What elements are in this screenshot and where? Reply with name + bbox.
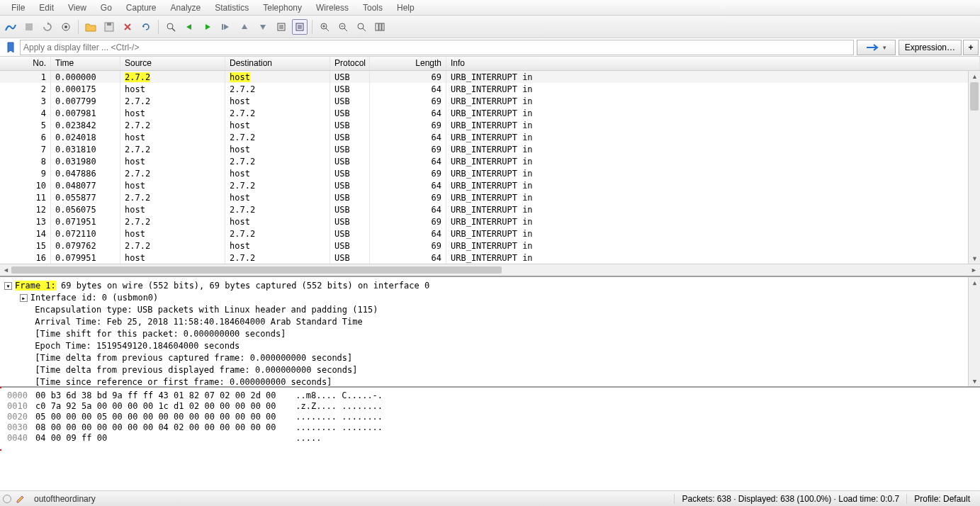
expert-info-icon[interactable] [3, 495, 11, 503]
zoom-out-icon[interactable] [335, 19, 351, 35]
table-row[interactable]: 120.056075host2.7.2USB64URB_INTERRUPT in [0, 203, 980, 215]
packet-details-pane[interactable]: ▾Frame 1: 69 bytes on wire (552 bits), 6… [0, 277, 980, 388]
menu-view[interactable]: View [61, 1, 94, 14]
zoom-in-icon[interactable] [317, 19, 332, 35]
menu-help[interactable]: Help [390, 1, 422, 14]
separator [78, 20, 79, 34]
menu-file[interactable]: File [4, 1, 32, 14]
table-row[interactable]: 60.024018host2.7.2USB64URB_INTERRUPT in [0, 131, 980, 143]
restart-capture-icon[interactable] [40, 19, 55, 35]
packet-list-body[interactable]: 10.0000002.7.2hostUSB69URB_INTERRUPT in2… [0, 71, 980, 264]
svg-point-23 [358, 23, 364, 29]
col-source[interactable]: Source [120, 57, 225, 70]
table-row[interactable]: 20.000175host2.7.2USB64URB_INTERRUPT in [0, 83, 980, 95]
hex-row[interactable]: 003008 00 00 00 00 00 00 00 04 02 00 00 … [7, 422, 973, 433]
packets-status: Packets: 638 · Displayed: 638 (100.0%) ·… [674, 494, 906, 504]
menu-capture[interactable]: Capture [119, 1, 164, 14]
table-row[interactable]: 70.0318102.7.2hostUSB69URB_INTERRUPT in [0, 143, 980, 155]
table-row[interactable]: 150.0797622.7.2hostUSB69URB_INTERRUPT in [0, 240, 980, 252]
table-row[interactable]: 110.0558772.7.2hostUSB69URB_INTERRUPT in [0, 191, 980, 203]
detail-line[interactable]: [Time since reference or first frame: 0.… [4, 376, 976, 388]
next-packet-icon[interactable] [200, 19, 215, 35]
col-proto[interactable]: Protocol [330, 57, 370, 70]
hex-row[interactable]: 000000 b3 6d 38 bd 9a ff ff 43 01 82 07 … [7, 390, 973, 401]
scroll-thumb[interactable] [970, 82, 979, 111]
collapse-icon[interactable]: ▾ [4, 282, 12, 290]
detail-line[interactable]: Epoch Time: 1519549120.184604000 seconds [4, 340, 976, 352]
table-row[interactable]: 100.048077host2.7.2USB64URB_INTERRUPT in [0, 179, 980, 191]
menu-go[interactable]: Go [94, 1, 119, 14]
hex-row[interactable]: 0010c0 7a 92 5a 00 00 00 00 1c d1 02 00 … [7, 401, 973, 412]
table-row[interactable]: 80.031980host2.7.2USB64URB_INTERRUPT in [0, 155, 980, 167]
scroll-down-icon[interactable]: ▼ [969, 376, 980, 386]
detail-line[interactable]: Encapsulation type: USB packets with Lin… [4, 304, 976, 316]
jump-icon[interactable] [218, 19, 234, 35]
table-row[interactable]: 30.0077992.7.2hostUSB69URB_INTERRUPT in [0, 95, 980, 107]
detail-line[interactable]: ▸Interface id: 0 (usbmon0) [4, 292, 976, 304]
menu-analyze[interactable]: Analyze [164, 1, 208, 14]
frame-root-line[interactable]: ▾Frame 1: 69 bytes on wire (552 bits), 6… [4, 280, 976, 292]
col-no[interactable]: No. [0, 57, 51, 70]
hex-row[interactable]: 002005 00 00 00 05 00 00 00 00 00 00 00 … [7, 412, 973, 422]
packet-bytes-pane[interactable]: 000000 b3 6d 38 bd 9a ff ff 43 01 82 07 … [0, 388, 980, 490]
table-row[interactable]: 160.079951host2.7.2USB64URB_INTERRUPT in [0, 252, 980, 264]
col-time[interactable]: Time [51, 57, 120, 70]
table-row[interactable]: 90.0478862.7.2hostUSB69URB_INTERRUPT in [0, 167, 980, 179]
prev-packet-icon[interactable] [181, 19, 197, 35]
separator [158, 20, 159, 34]
col-info[interactable]: Info [446, 57, 980, 70]
table-row[interactable]: 10.0000002.7.2hostUSB69URB_INTERRUPT in [0, 71, 980, 83]
detail-line[interactable]: [Time shift for this packet: 0.000000000… [4, 328, 976, 340]
svg-line-24 [363, 28, 366, 31]
open-file-icon[interactable] [83, 19, 98, 35]
detail-line[interactable]: [Time delta from previous captured frame… [4, 352, 976, 364]
menu-wireless[interactable]: Wireless [309, 1, 356, 14]
wireshark-logo-icon[interactable] [3, 19, 18, 35]
table-row[interactable]: 140.072110host2.7.2USB64URB_INTERRUPT in [0, 227, 980, 240]
packet-list-header[interactable]: No. Time Source Destination Protocol Len… [0, 57, 980, 71]
menu-telephony[interactable]: Telephony [256, 1, 309, 14]
edit-icon[interactable] [16, 494, 26, 504]
menu-tools[interactable]: Tools [356, 1, 390, 14]
scroll-right-icon[interactable]: ► [968, 264, 980, 275]
detail-line[interactable]: Arrival Time: Feb 25, 2018 11:58:40.1846… [4, 316, 976, 328]
table-row[interactable]: 50.0238422.7.2hostUSB69URB_INTERRUPT in [0, 119, 980, 131]
svg-rect-4 [107, 23, 111, 26]
table-row[interactable]: 130.0719512.7.2hostUSB69URB_INTERRUPT in [0, 215, 980, 227]
svg-rect-0 [26, 23, 33, 30]
hex-row[interactable]: 004004 00 09 ff 00 ..... [7, 433, 973, 444]
add-filter-button[interactable]: + [963, 40, 979, 55]
col-dest[interactable]: Destination [225, 57, 330, 70]
find-icon[interactable] [163, 19, 179, 35]
resize-columns-icon[interactable] [372, 19, 388, 35]
save-icon[interactable] [101, 19, 117, 35]
profile-status[interactable]: Profile: Default [906, 494, 977, 504]
col-length[interactable]: Length [370, 57, 446, 70]
menu-statistics[interactable]: Statistics [208, 1, 256, 14]
svg-line-19 [326, 28, 329, 31]
display-filter-input[interactable] [20, 40, 854, 55]
stop-capture-icon[interactable] [21, 19, 37, 35]
detail-line[interactable]: [Time delta from previous displayed fram… [4, 364, 976, 376]
table-row[interactable]: 40.007981host2.7.2USB64URB_INTERRUPT in [0, 107, 980, 119]
bookmark-icon[interactable] [4, 41, 17, 54]
autoscroll-icon[interactable] [274, 19, 289, 35]
menu-edit[interactable]: Edit [32, 1, 61, 14]
close-file-icon[interactable] [120, 19, 135, 35]
packet-list-scrollbar-v[interactable]: ▲ ▼ [968, 71, 980, 264]
packet-list-scrollbar-h[interactable]: ◄ ► [0, 264, 980, 276]
expression-button[interactable]: Expression… [899, 40, 962, 55]
options-icon[interactable] [58, 19, 74, 35]
reload-icon[interactable] [138, 19, 154, 35]
scroll-down-icon[interactable]: ▼ [969, 253, 980, 264]
apply-arrow-button[interactable]: ▾ [857, 40, 896, 55]
colorize-icon[interactable] [292, 19, 308, 35]
zoom-reset-icon[interactable] [354, 19, 369, 35]
scroll-left-icon[interactable]: ◄ [0, 264, 12, 275]
scroll-up-icon[interactable]: ▲ [969, 277, 980, 288]
scroll-up-icon[interactable]: ▲ [969, 71, 980, 81]
last-packet-icon[interactable] [255, 19, 271, 35]
first-packet-icon[interactable] [237, 19, 252, 35]
expand-icon[interactable]: ▸ [20, 294, 28, 302]
details-scrollbar-v[interactable]: ▲ ▼ [968, 277, 980, 386]
